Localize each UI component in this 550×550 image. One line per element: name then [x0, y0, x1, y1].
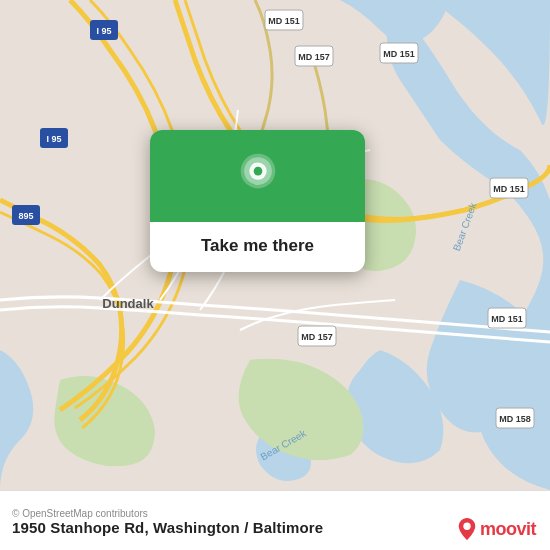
svg-text:MD 151: MD 151 — [491, 314, 523, 324]
map-container: I 95 I 95 895 MD 151 MD 151 MD 151 MD 15… — [0, 0, 550, 490]
bottom-bar: © OpenStreetMap contributors 1950 Stanho… — [0, 490, 550, 550]
popup-card: Take me there — [150, 130, 365, 272]
moovit-logo: moovit — [458, 518, 536, 540]
svg-text:895: 895 — [18, 211, 33, 221]
moovit-brand-text: moovit — [480, 519, 536, 540]
svg-text:Dundalk: Dundalk — [102, 296, 154, 311]
location-pin-icon — [232, 152, 284, 204]
svg-text:MD 151: MD 151 — [383, 49, 415, 59]
svg-text:MD 157: MD 157 — [301, 332, 333, 342]
map-attribution: © OpenStreetMap contributors — [12, 508, 538, 519]
svg-text:MD 157: MD 157 — [298, 52, 330, 62]
popup-green-section — [150, 130, 365, 222]
svg-text:I 95: I 95 — [96, 26, 111, 36]
svg-text:MD 151: MD 151 — [268, 16, 300, 26]
svg-text:MD 151: MD 151 — [493, 184, 525, 194]
svg-point-27 — [253, 167, 262, 176]
svg-point-28 — [463, 523, 470, 530]
moovit-pin-icon — [458, 518, 476, 540]
svg-text:MD 158: MD 158 — [499, 414, 531, 424]
svg-text:I 95: I 95 — [46, 134, 61, 144]
take-me-there-button[interactable]: Take me there — [183, 222, 332, 272]
